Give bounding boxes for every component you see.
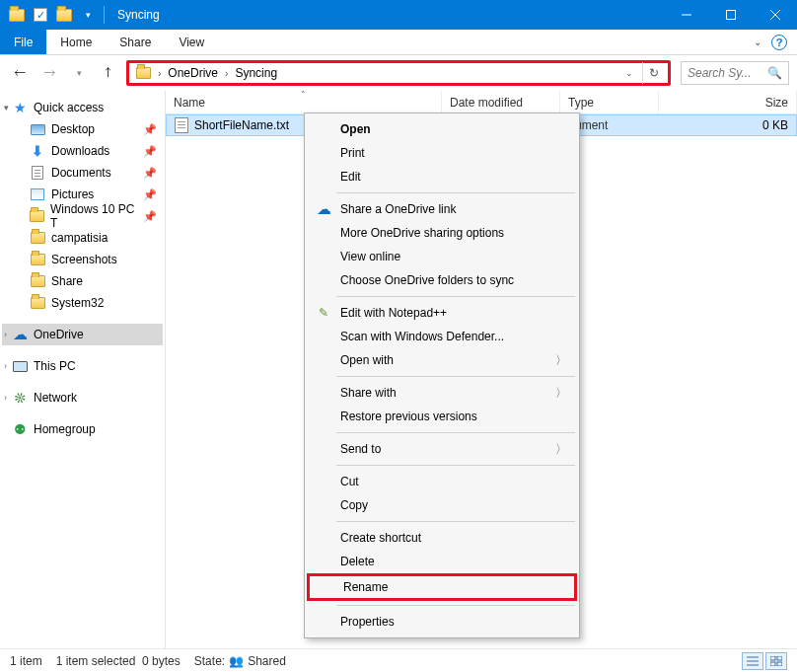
ctx-delete[interactable]: Delete: [307, 550, 577, 573]
ctx-properties[interactable]: Properties: [307, 610, 577, 634]
ctx-more-sharing[interactable]: More OneDrive sharing options: [307, 221, 577, 245]
sidebar-item-win10[interactable]: Windows 10 PC T📌: [2, 205, 163, 227]
ribbon-expand-icon[interactable]: ⌄: [754, 37, 761, 47]
onedrive-icon: ☁: [12, 327, 28, 342]
breadcrumb-onedrive[interactable]: OneDrive: [164, 63, 222, 83]
crumb-sep-icon[interactable]: ›: [222, 68, 231, 79]
qat-dropdown-icon[interactable]: ▾: [77, 4, 99, 26]
ctx-rename[interactable]: Rename: [310, 576, 574, 598]
sort-indicator-icon: ˄: [301, 90, 306, 100]
ctx-send-to[interactable]: Send to〉: [307, 437, 577, 461]
up-button[interactable]: 🡑: [97, 61, 120, 85]
navigation-row: 🡐 🡒 ▾ 🡑 › OneDrive › Syncing ⌄ ↻ 🔍: [0, 55, 797, 91]
ctx-separator: [336, 432, 575, 433]
column-type[interactable]: Type: [560, 91, 659, 113]
details-view-button[interactable]: [742, 652, 763, 670]
sidebar-label: Quick access: [34, 101, 104, 114]
context-menu: Open Print Edit ☁Share a OneDrive link M…: [304, 112, 580, 638]
crumb-sep-icon[interactable]: ›: [155, 68, 164, 79]
sidebar-homegroup[interactable]: ⚉Homegroup: [2, 418, 163, 440]
ctx-choose-sync[interactable]: Choose OneDrive folders to sync: [307, 268, 577, 292]
ctx-cut[interactable]: Cut: [307, 470, 577, 493]
ctx-separator: [336, 465, 575, 466]
sidebar-item-documents[interactable]: Documents📌: [2, 162, 163, 184]
sidebar-item-system32[interactable]: System32: [2, 292, 163, 314]
ctx-separator: [336, 521, 575, 522]
ctx-separator: [336, 296, 575, 297]
column-date[interactable]: Date modified: [442, 91, 560, 113]
ribbon-tab-home[interactable]: Home: [46, 30, 106, 54]
ctx-separator: [336, 376, 575, 377]
ctx-view-online[interactable]: View online: [307, 245, 577, 268]
qat-new-folder-icon[interactable]: [53, 4, 75, 26]
sidebar-item-downloads[interactable]: ⬇Downloads📌: [2, 140, 163, 162]
address-dropdown-icon[interactable]: ⌄: [618, 62, 640, 84]
submenu-arrow-icon: 〉: [555, 352, 567, 369]
pictures-icon: [31, 188, 44, 200]
submenu-arrow-icon: 〉: [555, 385, 567, 402]
ctx-separator: [336, 605, 575, 606]
column-name[interactable]: Name˄: [166, 91, 442, 113]
ctx-share-with[interactable]: Share with〉: [307, 381, 577, 405]
help-icon[interactable]: ?: [771, 35, 787, 50]
search-input[interactable]: [688, 66, 763, 80]
ribbon-tab-view[interactable]: View: [165, 30, 218, 54]
navigation-pane: ▾ ★ Quick access Desktop📌 ⬇Downloads📌 Do…: [0, 91, 166, 648]
ctx-print[interactable]: Print: [307, 141, 577, 165]
minimize-button[interactable]: [664, 0, 708, 30]
ctx-open[interactable]: Open: [307, 117, 577, 141]
file-size: 0 KB: [660, 118, 796, 132]
recent-dropdown[interactable]: ▾: [67, 61, 91, 85]
pin-icon: 📌: [143, 145, 157, 158]
status-selected: 1 item selected 0 bytes: [56, 654, 181, 668]
window-title: Syncing: [117, 8, 160, 22]
forward-button[interactable]: 🡒: [37, 61, 61, 85]
pin-icon: 📌: [143, 123, 157, 136]
column-size[interactable]: Size: [659, 91, 797, 113]
ctx-edit-notepadpp[interactable]: ✎Edit with Notepad++: [307, 301, 577, 325]
submenu-arrow-icon: 〉: [555, 441, 567, 458]
search-icon[interactable]: 🔍: [767, 66, 782, 80]
sidebar-item-desktop[interactable]: Desktop📌: [2, 118, 163, 140]
folder-icon: [31, 297, 45, 309]
sidebar-quick-access[interactable]: ▾ ★ Quick access: [2, 97, 163, 118]
search-box[interactable]: 🔍: [681, 61, 789, 85]
close-button[interactable]: [753, 0, 797, 30]
ctx-share-link[interactable]: ☁Share a OneDrive link: [307, 197, 577, 221]
refresh-button[interactable]: ↻: [642, 62, 664, 84]
maximize-button[interactable]: [708, 0, 753, 30]
ctx-open-with[interactable]: Open with〉: [307, 348, 577, 372]
ctx-restore[interactable]: Restore previous versions: [307, 405, 577, 428]
sidebar-item-share[interactable]: Share: [2, 270, 163, 292]
ctx-scan-defender[interactable]: Scan with Windows Defender...: [307, 325, 577, 348]
ctx-copy[interactable]: Copy: [307, 493, 577, 517]
sidebar-item-campatisia[interactable]: campatisia: [2, 227, 163, 249]
folder-icon: [31, 232, 45, 244]
address-folder-icon[interactable]: [133, 63, 153, 83]
ctx-edit[interactable]: Edit: [307, 165, 577, 188]
pin-icon: 📌: [143, 210, 157, 223]
sidebar-onedrive[interactable]: ›☁OneDrive: [2, 324, 163, 345]
network-icon: ❊: [10, 388, 31, 409]
main-area: ▾ ★ Quick access Desktop📌 ⬇Downloads📌 Do…: [0, 91, 797, 648]
onedrive-icon: ☁: [315, 200, 332, 218]
file-name: ShortFileName.txt: [194, 118, 289, 132]
breadcrumb-syncing[interactable]: Syncing: [231, 63, 281, 83]
address-bar[interactable]: › OneDrive › Syncing ⌄ ↻: [126, 60, 671, 86]
ribbon-file-tab[interactable]: File: [0, 30, 46, 54]
file-list-panel: Name˄ Date modified Type Size ShortFileN…: [166, 91, 797, 648]
sidebar-thispc[interactable]: ›This PC: [2, 355, 163, 377]
sidebar-item-screenshots[interactable]: Screenshots: [2, 249, 163, 270]
folder-icon: [30, 210, 44, 222]
qat-folder-icon[interactable]: [6, 4, 28, 26]
pin-icon: 📌: [143, 188, 157, 201]
svg-rect-7: [770, 656, 775, 660]
back-button[interactable]: 🡐: [8, 61, 32, 85]
icons-view-button[interactable]: [765, 652, 787, 670]
view-toggle-group: [742, 652, 787, 670]
qat-properties-checkbox[interactable]: ✓: [30, 4, 51, 26]
sidebar-network[interactable]: ›❊Network: [2, 387, 163, 409]
ctx-create-shortcut[interactable]: Create shortcut: [307, 526, 577, 550]
window-controls: [664, 0, 797, 30]
ribbon-tab-share[interactable]: Share: [106, 30, 165, 54]
